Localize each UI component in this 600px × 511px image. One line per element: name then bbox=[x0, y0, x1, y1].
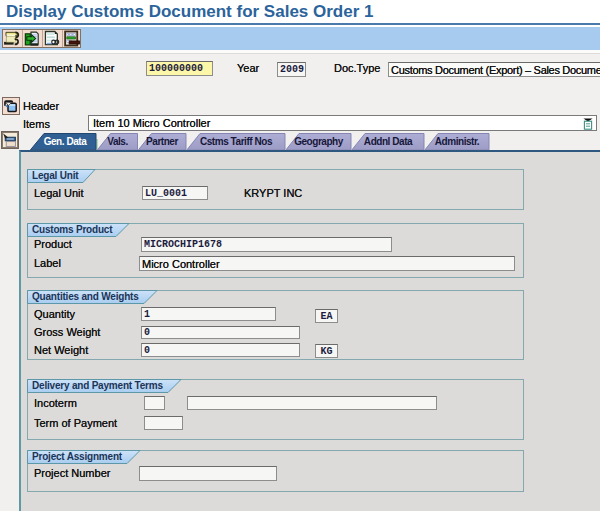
svg-text:Cstms Tariff Nos: Cstms Tariff Nos bbox=[200, 136, 273, 147]
svg-text:Partner: Partner bbox=[146, 136, 178, 147]
svg-text:Gen. Data: Gen. Data bbox=[44, 136, 88, 147]
svg-text:Vals.: Vals. bbox=[107, 136, 128, 147]
svg-text:Administr.: Administr. bbox=[435, 136, 480, 147]
svg-text:Geography: Geography bbox=[294, 136, 344, 147]
svg-text:Addnl Data: Addnl Data bbox=[364, 136, 413, 147]
